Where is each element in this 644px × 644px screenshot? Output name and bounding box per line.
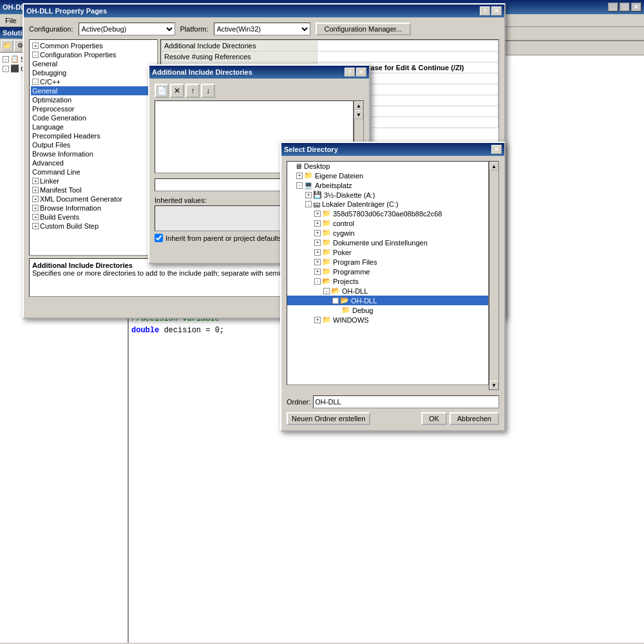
minimize-button[interactable]: _ xyxy=(608,3,618,12)
pp-tree-browse-info[interactable]: Browse Information xyxy=(31,149,156,158)
menu-file[interactable]: File xyxy=(1,15,21,26)
config-select[interactable]: Active(Debug) xyxy=(79,23,175,35)
common-expander[interactable]: + xyxy=(32,43,39,49)
seldir-item-desktop[interactable]: 🖥 Desktop xyxy=(287,162,488,171)
inherit-checkbox[interactable] xyxy=(155,234,163,242)
pp-tree-precomp[interactable]: Precompiled Headers xyxy=(31,131,156,140)
ordner-input[interactable] xyxy=(313,395,499,408)
se-project-expander[interactable]: - xyxy=(3,66,9,72)
eigene-expander[interactable]: + xyxy=(296,173,303,179)
build-events-expander[interactable]: + xyxy=(32,214,39,220)
addl-down-btn[interactable]: ↓ xyxy=(201,84,215,98)
seldir-ok-btn[interactable]: OK xyxy=(421,412,447,425)
seldir-cancel-btn[interactable]: Abbrechen xyxy=(450,412,499,425)
se-solution-expander[interactable]: - xyxy=(3,56,9,62)
manifest-expander[interactable]: + xyxy=(32,187,39,193)
pp-tree-preprocessor[interactable]: Preprocessor xyxy=(31,104,156,113)
pp-tree-build-events[interactable]: + Build Events xyxy=(31,213,156,222)
pp-help-btn[interactable]: ? xyxy=(480,6,490,15)
seldir-new-folder-btn[interactable]: Neuen Ordner erstellen xyxy=(287,412,370,425)
addl-up-btn[interactable]: ↑ xyxy=(185,84,200,98)
pp-tree-manifest[interactable]: + Manifest Tool xyxy=(31,185,156,194)
cpp-expander[interactable]: - xyxy=(32,79,39,85)
seldir-label-358d: 358d57803d06c730ae08b88c2c68 xyxy=(333,210,442,218)
seldir-close-btn[interactable]: ✕ xyxy=(491,145,502,154)
seldir-item-eigene[interactable]: + 📁 Eigene Dateien xyxy=(287,171,488,180)
seldir-item-arbeitsplatz[interactable]: - 💻 Arbeitsplatz xyxy=(287,180,488,190)
seldir-item-dokumente[interactable]: + 📁 Dokumente und Einstellungen xyxy=(287,238,488,247)
programfiles-expander[interactable]: + xyxy=(314,259,321,265)
pp-tree-language[interactable]: Language xyxy=(31,122,156,131)
pp-tree-custom-build[interactable]: + Custom Build Step xyxy=(31,222,156,231)
pp-tree-xml[interactable]: + XML Document Generator xyxy=(31,194,156,204)
seldir-item-c[interactable]: - 🖴 Lokaler Datenträger (C:) xyxy=(287,200,488,209)
dokumente-expander[interactable]: + xyxy=(314,240,321,246)
pp-tree-config[interactable]: - Configuration Properties xyxy=(31,50,156,59)
cygwin-expander[interactable]: + xyxy=(314,230,321,236)
programme-expander[interactable]: + xyxy=(314,269,321,275)
folder-icon-ohdll-parent: 📂 xyxy=(331,287,340,295)
platform-select[interactable]: Active(Win32) xyxy=(214,23,310,35)
pp-tree-code-gen[interactable]: Code Generation xyxy=(31,113,156,122)
windows-expander[interactable]: + xyxy=(314,317,321,323)
arbeitsplatz-expander[interactable]: - xyxy=(296,182,303,189)
seldir-item-control[interactable]: + 📁 control xyxy=(287,218,488,228)
seldir-scroll-down[interactable]: ▼ xyxy=(489,381,498,390)
browse-expander[interactable]: + xyxy=(32,205,39,211)
seldir-scroll-up[interactable]: ▲ xyxy=(489,162,498,171)
pp-close-btn[interactable]: ✕ xyxy=(491,6,502,15)
seldir-item-poker[interactable]: + 📁 Poker xyxy=(287,247,488,257)
config-props-label: Configuration Properties xyxy=(40,51,117,59)
seldir-scrollbar[interactable]: ▲ ▼ xyxy=(489,161,499,390)
seldir-item-358d[interactable]: + 📁 358d57803d06c730ae08b88c2c68 xyxy=(287,209,488,218)
pp-tree-output[interactable]: Output Files xyxy=(31,140,156,149)
seldir-item-debug[interactable]: 📁 Debug xyxy=(287,305,488,315)
maximize-button[interactable]: □ xyxy=(620,3,630,12)
seldir-tree[interactable]: 🖥 Desktop + 📁 Eigene Dateien - 💻 Arbeits… xyxy=(287,161,489,385)
pp-tree-browse[interactable]: + Browse Information xyxy=(31,204,156,213)
pp-tree-linker[interactable]: + Linker xyxy=(31,176,156,185)
scroll-down-btn[interactable]: ▼ xyxy=(354,110,363,119)
linker-expander[interactable]: + xyxy=(32,178,39,184)
pp-tree-cpp-general[interactable]: General xyxy=(31,86,156,95)
floppy-expander[interactable]: + xyxy=(305,192,312,198)
seldir-item-windows[interactable]: + 📁 WINDOWS xyxy=(287,315,488,325)
prop-row-addl-include[interactable]: Additional Include Directories xyxy=(162,41,498,52)
seldir-item-ohdll[interactable]: - 📂 OH-DLL xyxy=(287,296,488,305)
control-expander[interactable]: + xyxy=(314,220,321,227)
addl-delete-btn[interactable]: ✕ xyxy=(170,84,184,98)
cpp-label: C/C++ xyxy=(40,78,61,86)
scroll-up-btn[interactable]: ▲ xyxy=(354,101,363,110)
addl-help-btn[interactable]: ? xyxy=(345,68,355,77)
addl-new-btn[interactable]: 📄 xyxy=(155,84,169,98)
folder-358d-expander[interactable]: + xyxy=(314,211,321,217)
seldir-item-ohdll-parent[interactable]: - 📂 OH-DLL xyxy=(287,286,488,296)
ohdll-expander[interactable]: - xyxy=(332,298,339,304)
pp-tree-general[interactable]: General xyxy=(31,59,156,68)
seldir-item-programfiles[interactable]: + 📁 Program Files xyxy=(287,257,488,267)
pp-tree-cmdline[interactable]: Command Line xyxy=(31,167,156,176)
projects-expander[interactable]: - xyxy=(314,278,321,285)
custom-build-expander[interactable]: + xyxy=(32,223,39,229)
pp-tree-common[interactable]: + Common Properties xyxy=(31,41,156,50)
pp-tree-advanced[interactable]: Advanced xyxy=(31,158,156,167)
seldir-item-projects[interactable]: - 📂 Projects xyxy=(287,276,488,286)
pp-tree-debugging[interactable]: Debugging xyxy=(31,68,156,77)
poker-expander[interactable]: + xyxy=(314,249,321,256)
ohdll-parent-expander[interactable]: - xyxy=(323,288,330,294)
addl-close-btn[interactable]: ✕ xyxy=(356,68,366,77)
pp-tree[interactable]: + Common Properties - Configuration Prop… xyxy=(29,39,158,256)
seldir-item-floppy[interactable]: + 💾 3½-Diskette (A:) xyxy=(287,190,488,200)
addl-title-text: Additional Include Directories xyxy=(152,68,252,76)
seldir-item-programme[interactable]: + 📁 Programme xyxy=(287,267,488,276)
close-button[interactable]: ✕ xyxy=(631,3,641,12)
pp-tree-optimization[interactable]: Optimization xyxy=(31,95,156,104)
c-expander[interactable]: - xyxy=(305,201,312,207)
se-new-solution-btn[interactable]: 📁 xyxy=(1,40,13,52)
pp-tree-cpp[interactable]: - C/C++ xyxy=(31,77,156,86)
prop-row-resolve[interactable]: Resolve #using References xyxy=(162,52,498,62)
config-manager-button[interactable]: Configuration Manager... xyxy=(316,23,411,35)
xml-expander[interactable]: + xyxy=(32,196,39,202)
config-expander[interactable]: - xyxy=(32,52,39,58)
seldir-item-cygwin[interactable]: + 📁 cygwin xyxy=(287,228,488,238)
